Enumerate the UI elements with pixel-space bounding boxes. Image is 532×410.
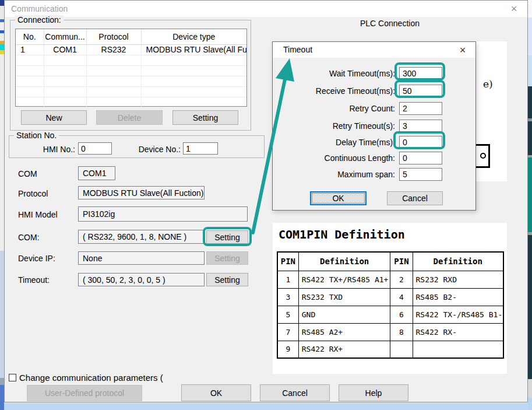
hmi-no-label: HMI No.: — [35, 145, 75, 154]
pin-header-2: Definition — [298, 252, 390, 271]
protocol-value: MODBUS RTU Slave(All Fuction) — [78, 186, 205, 199]
highlight-delay-time — [393, 131, 445, 149]
retry-count-input[interactable]: 2 — [399, 102, 442, 115]
table-row-empty — [16, 55, 246, 65]
device-ip-value: None — [78, 251, 205, 265]
retry-timeout-label: Retry Timeout(s): — [279, 121, 395, 131]
background-bottom-strip — [4, 403, 528, 410]
titlebar[interactable]: Communication × — [5, 1, 527, 17]
col-protocol[interactable]: Protocol — [86, 29, 141, 44]
pin-row: 1 RS422 TX+/RS485 A1+ 2 RS232 RXD — [277, 271, 503, 288]
pin-row: 5 GND 6 RS422 TX-/RS485 B1- — [277, 306, 503, 323]
cell-no[interactable]: 1 — [16, 44, 44, 55]
connection-table[interactable]: No. Commun... Protocol Device type 1 COM… — [15, 29, 247, 107]
timeout-dialog: Timeout × Wait Timeout(ms): 300 Receive … — [272, 41, 476, 211]
highlight-setting-button — [203, 227, 252, 246]
timeout-ok-button[interactable]: OK — [310, 191, 367, 205]
timeout-dialog-title: Timeout — [283, 45, 312, 54]
cell-communication[interactable]: COM1 — [44, 44, 86, 55]
table-row-empty — [16, 76, 246, 86]
timeout-titlebar[interactable]: Timeout × — [273, 42, 475, 58]
hmi-model-value: PI3102ig — [78, 206, 248, 222]
screenshot-canvas: Communication × PLC Connection Connectio… — [0, 0, 532, 410]
device-no-label: Device No.: — [111, 145, 181, 154]
user-defined-protocol-button[interactable]: User-Defined protocol — [27, 385, 142, 401]
hmi-no-input[interactable]: 0 — [78, 142, 112, 155]
pin-row: 7 RS485 A2+ 8 RS422 RX- — [277, 323, 503, 341]
pin-definition-table: PIN Definition PIN Definition 1 RS422 TX… — [277, 251, 504, 359]
receive-timeout-label: Receive Timeout(ms): — [279, 86, 395, 96]
col-no[interactable]: No. — [16, 29, 44, 44]
highlight-receive-timeout — [394, 80, 445, 98]
delete-button[interactable]: Delete — [96, 110, 163, 125]
table-row[interactable]: 1 COM1 RS232 MODBUS RTU Slave(All Fucti.… — [16, 44, 246, 55]
connector-pin-circle — [480, 153, 486, 159]
continuous-length-input[interactable]: 0 — [399, 152, 442, 164]
pin-header-1: PIN — [277, 252, 298, 271]
wait-timeout-label: Wait Timeout(ms): — [279, 69, 395, 78]
connection-table-header: No. Commun... Protocol Device type — [16, 29, 246, 44]
background-text-fragment: e) — [483, 78, 493, 90]
highlight-wait-timeout — [394, 62, 445, 80]
retry-count-label: Retry Count: — [279, 104, 395, 113]
setting-button-connection[interactable]: Setting — [172, 110, 238, 125]
maximum-span-label: Maximum span: — [279, 170, 395, 179]
pin-row: 3 RS232 TXD 4 RS485 B2- — [277, 288, 503, 306]
col-device-type[interactable]: Device type — [141, 29, 246, 44]
change-params-label: Change communication parameters ( — [19, 373, 163, 383]
cell-device-type[interactable]: MODBUS RTU Slave(All Fucti... — [141, 44, 246, 55]
continuous-length-label: Continuous Length: — [279, 153, 395, 163]
table-row-empty — [16, 65, 246, 76]
com-value: COM1 — [78, 166, 115, 180]
pin-row: 9 RS422 RX+ — [277, 341, 503, 358]
hmi-model-label: HMI Model — [18, 210, 58, 219]
device-ip-label: Device IP: — [18, 254, 55, 263]
close-icon[interactable]: × — [456, 43, 470, 57]
timeout-value: ( 300, 50, 2, 3, 0, 0, 5 ) — [78, 273, 205, 286]
station-group-label: Station No. — [14, 131, 59, 140]
protocol-label: Protocol — [18, 189, 48, 198]
com-setting-value: ( RS232, 9600, 1, 8, NONE ) — [78, 230, 205, 244]
delay-time-label: Delay Time(ms): — [279, 138, 395, 147]
maximum-span-input[interactable]: 5 — [399, 168, 442, 181]
col-communication[interactable]: Commun... — [44, 29, 86, 44]
timeout-setting-button[interactable]: Setting — [206, 273, 248, 286]
window-title: Communication — [11, 4, 68, 13]
cell-protocol[interactable]: RS232 — [86, 44, 141, 55]
plc-connection-label: PLC Connection — [360, 19, 420, 28]
timeout-label: Timeout: — [18, 275, 50, 285]
com-label: COM — [18, 169, 37, 178]
communication-window: Communication × PLC Connection Connectio… — [4, 0, 528, 402]
com-setting-label: COM: — [18, 233, 40, 242]
pin-header-3: PIN — [390, 252, 413, 271]
ok-button[interactable]: OK — [181, 384, 251, 401]
device-ip-setting-button[interactable]: Setting — [206, 251, 248, 265]
table-row-empty — [16, 97, 246, 107]
connection-group-label: Connection: — [15, 15, 64, 24]
timeout-cancel-button[interactable]: Cancel — [387, 191, 443, 205]
new-button[interactable]: New — [21, 110, 87, 125]
pin-table-header: PIN Definition PIN Definition — [277, 252, 503, 271]
help-button[interactable]: Help — [339, 384, 408, 401]
close-icon[interactable]: × — [508, 2, 520, 15]
pin-header-4: Definition — [413, 252, 503, 271]
retry-timeout-input[interactable]: 3 — [399, 120, 442, 132]
change-params-checkbox[interactable] — [9, 374, 16, 381]
pin-table-title: COM1PIN Definition — [279, 227, 405, 241]
table-row-empty — [16, 86, 246, 97]
device-no-input[interactable]: 1 — [183, 142, 218, 155]
cancel-button[interactable]: Cancel — [260, 384, 330, 401]
